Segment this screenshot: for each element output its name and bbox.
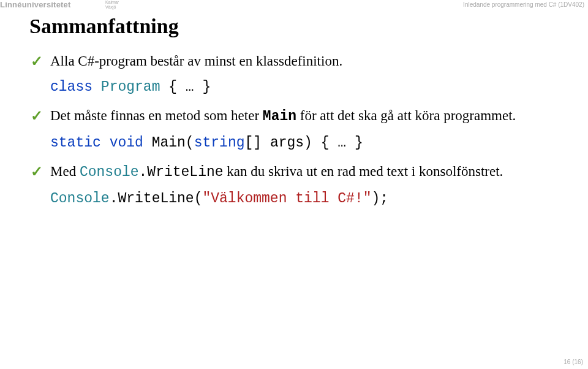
course-label: Inledande programmering med C# (1DV402) (463, 1, 584, 8)
code-type-console: Console (50, 191, 110, 207)
code-keyword-void: void (101, 135, 143, 151)
content-area: Sammanfattning ✓ Alla C#-program består … (29, 15, 559, 218)
code-type-program: Program (101, 79, 160, 95)
code-block-2: static void Main(string[] args) { … } (50, 135, 559, 151)
code-keyword-static: static (50, 135, 101, 151)
page-number: 16 (16) (564, 359, 583, 365)
top-bar: Linnéuniversitetet Kalmar Växjö Inledand… (0, 0, 588, 11)
bullet-text-3-method: .WriteLine (139, 164, 224, 180)
code-rest-2b: [] args) { … } (245, 135, 363, 151)
slide: Linnéuniversitetet Kalmar Växjö Inledand… (0, 0, 588, 369)
bullet-text-2-post: för att det ska gå att köra programmet. (296, 108, 516, 123)
brand-logo: Linnéuniversitetet (0, 0, 71, 9)
code-keyword-class: class (50, 79, 92, 95)
code-block-1: class Program { … } (50, 79, 559, 95)
bullet-item-2: ✓ Det måste finnas en metod som heter Ma… (29, 106, 559, 126)
brand-logo-sub-line2: Växjö (105, 5, 116, 9)
bullet-text-1: Alla C#-program består av minst en klass… (50, 53, 342, 69)
bullet-text-2-main: Main (263, 108, 296, 124)
check-icon: ✓ (31, 106, 43, 126)
code-mid-3: .WriteLine( (110, 191, 203, 207)
page-title: Sammanfattning (29, 15, 559, 38)
code-tail-3: ); (372, 191, 389, 207)
code-rest-1: { … } (160, 79, 211, 95)
code-block-3: Console.WriteLine("Välkommen till C#!"); (50, 191, 559, 207)
bullet-text-3-pre: Med (50, 164, 80, 179)
bullet-item-3: ✓ Med Console.WriteLine kan du skriva ut… (29, 162, 559, 182)
bullet-text-2-pre: Det måste finnas en metod som heter (50, 108, 263, 123)
code-keyword-string: string (194, 135, 245, 151)
code-string-3: "Välkommen till C#!" (202, 191, 371, 207)
code-rest-2a: Main( (143, 135, 194, 151)
bullet-list: ✓ Alla C#-program består av minst en kla… (29, 51, 559, 207)
brand-logo-sub: Kalmar Växjö (105, 0, 119, 10)
brand-logo-sub-line1: Kalmar (105, 0, 119, 4)
bullet-text-3-console: Console (80, 164, 139, 180)
bullet-item-1: ✓ Alla C#-program består av minst en kla… (29, 51, 559, 70)
bullet-text-3-post: kan du skriva ut en rad med text i konso… (224, 164, 503, 179)
check-icon: ✓ (31, 51, 43, 71)
check-icon: ✓ (31, 162, 43, 181)
